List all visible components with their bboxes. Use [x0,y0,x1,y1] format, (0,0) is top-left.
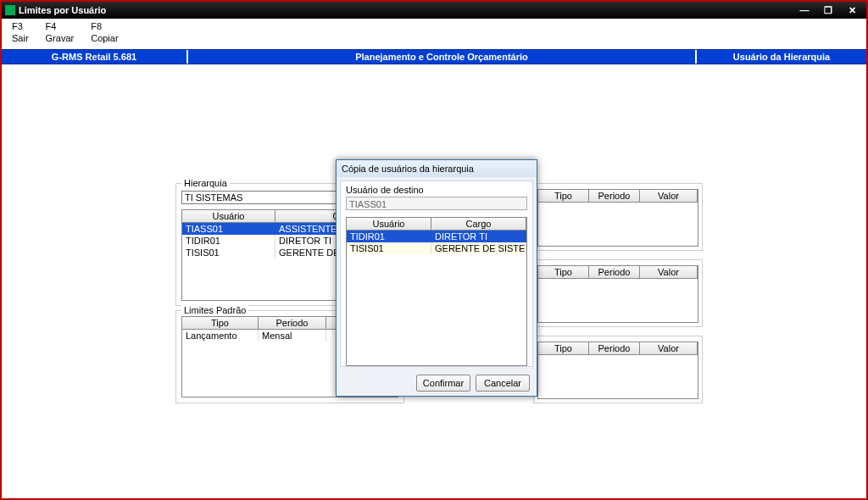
table-right-2[interactable]: Tipo Periodo Valor [537,265,698,323]
group-hierarquia-label: Hierarquia [181,178,230,188]
group-right-2: Tipo Periodo Valor [533,259,703,327]
app-icon [5,5,15,15]
close-button[interactable]: ✕ [841,3,863,17]
workarea: Hierarquia TI SISTEMAS Usuário C TIASS01… [2,64,866,498]
col-cargo: Cargo [431,218,526,230]
col-periodo: Periodo [589,190,640,202]
menu-sair[interactable]: Sair [7,32,41,44]
col-usuario: Usuário [347,218,431,230]
col-periodo: Periodo [259,317,326,329]
minimize-button[interactable]: — [793,3,815,17]
menu-f4-key: F4 [41,20,86,32]
table-row[interactable]: TISIS01 GERENTE DE SISTEMAS [347,242,526,254]
dest-user-label: Usuário de destino [346,185,424,195]
menu-f8-key: F8 [86,20,130,32]
confirm-button[interactable]: Confirmar [416,375,470,392]
col-tipo: Tipo [182,317,259,329]
window-title: Limites por Usuário [19,5,792,15]
group-right-3: Tipo Periodo Valor [533,336,703,403]
module-title: Planejamento e Controle Orçamentário [188,50,697,64]
group-right-1: Tipo Periodo Valor [533,183,703,251]
col-usuario: Usuário [182,210,275,222]
menu-gravar[interactable]: Gravar [41,32,86,44]
menubar: F3 F4 F8 Sair Gravar Copiar [2,19,866,49]
col-tipo: Tipo [538,190,589,202]
maximize-button[interactable]: ❐ [817,3,839,17]
table-row[interactable]: TIDIR01 DIRETOR TI [347,231,526,242]
menu-copiar[interactable]: Copiar [86,32,130,44]
menu-f3-key: F3 [7,20,41,32]
app-version: G-RMS Retail 5.681 [2,50,188,64]
dest-user-input: TIASS01 [346,197,527,210]
table-right-3[interactable]: Tipo Periodo Valor [537,342,698,399]
dialog-title: Cópia de usuários da hierarquia [337,160,537,177]
screen-title: Usuário da Hierarquia [697,50,866,64]
table-right-1[interactable]: Tipo Periodo Valor [537,189,698,247]
context-bar: G-RMS Retail 5.681 Planejamento e Contro… [2,49,866,64]
window-titlebar: Limites por Usuário — ❐ ✕ [0,0,868,19]
cancel-button[interactable]: Cancelar [476,375,530,392]
col-valor: Valor [640,190,698,202]
dialog-copia-usuarios: Cópia de usuários da hierarquia Usuário … [336,159,537,397]
table-copia-usuarios[interactable]: Usuário Cargo TIDIR01 DIRETOR TI TISIS01… [346,217,527,366]
group-limites-label: Limites Padrão [181,305,248,315]
